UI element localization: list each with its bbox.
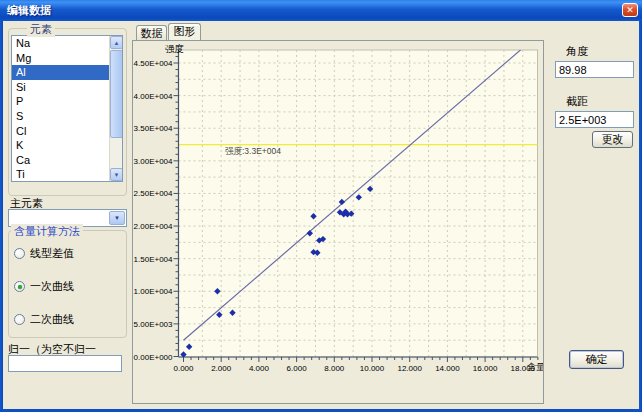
radio-3[interactable]: 二次曲线 <box>14 313 74 326</box>
radio-icon[interactable] <box>14 314 25 325</box>
radio-label: 线型差值 <box>30 246 74 261</box>
list-item-p[interactable]: P <box>12 94 110 109</box>
scrollbar-thumb[interactable] <box>110 50 123 138</box>
radio-label: 二次曲线 <box>30 312 74 327</box>
normalize-input[interactable] <box>8 355 122 372</box>
angle-label: 角度 <box>566 44 588 59</box>
radio-icon[interactable] <box>14 248 25 259</box>
threshold-label: 强度:3.3E+004 <box>225 146 281 156</box>
element-list[interactable]: ▲ ▼ NaMgAlSiPSClKCaTi <box>11 35 123 182</box>
x-tick-label: 4.000 <box>249 364 270 373</box>
x-tick-label: 2.000 <box>211 364 232 373</box>
y-axis-title: 强度 <box>165 43 184 54</box>
radio-label: 一次曲线 <box>30 279 74 294</box>
list-item-ti[interactable]: Ti <box>12 167 110 182</box>
radio-selected-icon[interactable] <box>14 281 25 292</box>
element-list-scrollbar[interactable]: ▲ ▼ <box>109 36 122 181</box>
y-tick-label: 4.00E+004 <box>134 92 173 101</box>
y-tick-label: 1.50E+004 <box>134 255 173 264</box>
ok-button[interactable]: 确定 <box>569 350 624 369</box>
y-tick-label: 3.50E+004 <box>134 124 173 133</box>
edit-data-dialog: 编辑数据 ✕ 元素 ▲ ▼ NaMgAlSiPSClKCaTi 主元素 ▼ 含量… <box>0 0 642 412</box>
y-tick-label: 2.00E+004 <box>134 222 173 231</box>
list-item-s[interactable]: S <box>12 109 110 124</box>
list-item-k[interactable]: K <box>12 138 110 153</box>
x-tick-label: 0.000 <box>173 364 194 373</box>
y-tick-label: 4.50E+004 <box>134 59 173 68</box>
radio-2[interactable]: 一次曲线 <box>14 280 74 293</box>
intercept-input[interactable] <box>555 111 634 128</box>
x-tick-label: 8.000 <box>324 364 345 373</box>
y-tick-label: 2.50E+004 <box>134 189 173 198</box>
x-tick-label: 14.000 <box>435 364 460 373</box>
elements-group-label: 元素 <box>27 22 55 37</box>
scroll-up-icon[interactable]: ▲ <box>110 36 123 49</box>
list-item-si[interactable]: Si <box>12 80 110 95</box>
tab-data[interactable]: 数据 <box>136 25 167 40</box>
y-tick-label: 5.00E+003 <box>134 320 173 329</box>
list-item-ca[interactable]: Ca <box>12 153 110 168</box>
radio-1[interactable]: 线型差值 <box>14 247 74 260</box>
change-button[interactable]: 更改 <box>592 131 633 148</box>
list-item-mg[interactable]: Mg <box>12 51 110 66</box>
x-tick-label: 16.000 <box>473 364 498 373</box>
tab-graph[interactable]: 图形 <box>168 23 201 40</box>
list-item-na[interactable]: Na <box>12 36 110 51</box>
window-border <box>0 21 3 412</box>
intercept-label: 截距 <box>566 94 588 109</box>
list-item-al[interactable]: Al <box>12 65 110 80</box>
list-item-cl[interactable]: Cl <box>12 124 110 139</box>
scroll-down-icon[interactable]: ▼ <box>110 168 123 181</box>
window-title: 编辑数据 <box>7 3 51 18</box>
close-icon[interactable]: ✕ <box>622 3 638 17</box>
angle-input[interactable] <box>555 61 634 78</box>
title-bar: 编辑数据 ✕ <box>0 0 642 21</box>
chevron-down-icon[interactable]: ▼ <box>109 211 125 225</box>
method-group-label: 含量计算方法 <box>11 224 83 239</box>
x-tick-label: 6.000 <box>287 364 308 373</box>
calibration-chart: 强度:3.3E+0040.0002.0004.0006.0008.00010.0… <box>133 41 543 403</box>
x-axis-title: 含量 <box>527 361 544 372</box>
y-tick-label: 1.00E+004 <box>134 287 173 296</box>
y-tick-label: 3.00E+004 <box>134 157 173 166</box>
x-tick-label: 10.000 <box>360 364 385 373</box>
y-tick-label: 0.00E+000 <box>134 353 173 362</box>
x-tick-label: 12.000 <box>397 364 422 373</box>
